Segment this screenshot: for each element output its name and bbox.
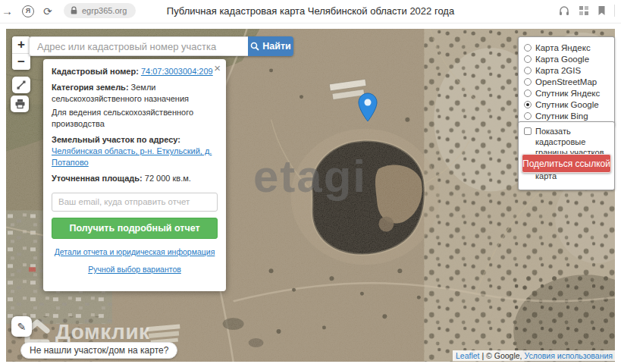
checkbox-icon — [524, 127, 532, 135]
bookmark-icon[interactable] — [597, 5, 606, 16]
search-button-label: Найти — [262, 41, 290, 52]
address-row: Земельный участок по адресу: Челябинская… — [52, 134, 218, 169]
collections-icon[interactable] — [579, 5, 589, 16]
search-input[interactable] — [29, 36, 248, 56]
layer-option-google-satellite[interactable]: Спутник Google — [524, 99, 609, 110]
area-value: 72 000 кв.м. — [145, 174, 191, 183]
map-pin-icon[interactable] — [358, 93, 378, 123]
measure-button[interactable] — [12, 77, 30, 93]
layer-label: Спутник Яндекс — [535, 89, 600, 98]
address-label: Земельный участок по адресу: — [52, 135, 180, 144]
google-attribution: © Google, — [486, 351, 522, 360]
layer-option-yandex-satellite[interactable]: Спутник Яндекс — [524, 87, 609, 99]
radio-icon — [524, 112, 532, 120]
parcel-info-popup: × Кадастровый номер: 74:07:3003004:209 К… — [43, 59, 226, 291]
report-details-link[interactable]: Детали отчета и юридическая информация — [52, 246, 218, 257]
layer-option-bing-satellite[interactable]: Спутник Bing — [524, 110, 609, 121]
layer-label: Карта Google — [535, 55, 589, 64]
address-link[interactable]: Челябинская область, р-н. Еткульский, д.… — [52, 146, 212, 167]
area-row: Уточненная площадь: 72 000 кв.м. — [52, 173, 218, 184]
cadastral-number-label: Кадастровый номер: — [52, 67, 139, 76]
radio-icon-selected — [524, 101, 532, 108]
layer-label: Спутник Google — [535, 100, 599, 109]
layer-option-openstreetmap[interactable]: OpenStreetMap — [524, 76, 609, 87]
layers-panel: Карта Яндекс Карта Google Карта 2GIS Ope… — [518, 36, 615, 127]
zoom-control: + − — [12, 36, 30, 70]
radio-icon — [524, 55, 532, 63]
cadastral-number-row: Кадастровый номер: 74:07:3003004:209 — [52, 66, 218, 77]
terms-link[interactable]: Условия использования — [524, 351, 613, 360]
area-label: Уточненная площадь: — [52, 174, 143, 183]
cadastral-number-link[interactable]: 74:07:3003004:209 — [141, 67, 213, 76]
manual-selection-link[interactable]: Ручной выбор вариантов — [52, 264, 218, 275]
zoom-out-button[interactable]: − — [12, 53, 30, 70]
zoom-in-button[interactable]: + — [12, 36, 30, 53]
close-icon[interactable]: × — [214, 62, 221, 74]
layer-label: OpenStreetMap — [535, 77, 597, 86]
search-icon — [250, 42, 259, 51]
layer-label: Спутник Bing — [535, 111, 588, 121]
email-field[interactable] — [52, 193, 218, 212]
radio-icon — [524, 67, 532, 74]
headphones-icon[interactable] — [558, 5, 570, 17]
land-category-row: Категория земель: Земли сельскохозяйстве… — [52, 82, 218, 105]
not-found-tooltip: Не нашли участок/дом на карте? — [20, 342, 177, 359]
map-attribution: Leaflet | © Google, Условия использовани… — [453, 350, 616, 361]
get-report-button[interactable]: Получить подробный отчет — [52, 218, 218, 239]
land-use-note: Для ведения сельскохозяйственного произв… — [52, 107, 218, 130]
radio-icon — [524, 78, 532, 86]
radio-icon — [524, 89, 532, 97]
app-window: → Я ⟳ egrp365.org Публичная кадастровая … — [0, 0, 621, 364]
search-button[interactable]: Найти — [248, 36, 293, 56]
share-link-button[interactable]: Поделиться ссылкой — [522, 154, 611, 173]
toolbar-divider — [614, 5, 615, 17]
print-button[interactable] — [11, 96, 29, 112]
search-bar: Найти — [29, 36, 293, 56]
attribution-separator: | — [481, 351, 484, 360]
browser-toolbar: → Я ⟳ egrp365.org Публичная кадастровая … — [0, 0, 621, 24]
draw-button[interactable]: ✎ — [11, 316, 32, 337]
layer-option-google-map[interactable]: Карта Google — [524, 53, 609, 64]
layer-option-2gis-map[interactable]: Карта 2GIS — [524, 64, 609, 76]
radio-icon — [524, 44, 532, 52]
layer-label: Карта 2GIS — [535, 66, 581, 75]
printer-icon — [14, 99, 26, 109]
layer-option-yandex-map[interactable]: Карта Яндекс — [524, 42, 609, 53]
land-category-label: Категория земель: — [52, 83, 129, 92]
ruler-icon — [16, 80, 27, 90]
page-title: Публичная кадастровая карта Челябинской … — [0, 5, 621, 17]
leaflet-link[interactable]: Leaflet — [456, 351, 480, 360]
layer-label: Карта Яндекс — [535, 43, 591, 52]
